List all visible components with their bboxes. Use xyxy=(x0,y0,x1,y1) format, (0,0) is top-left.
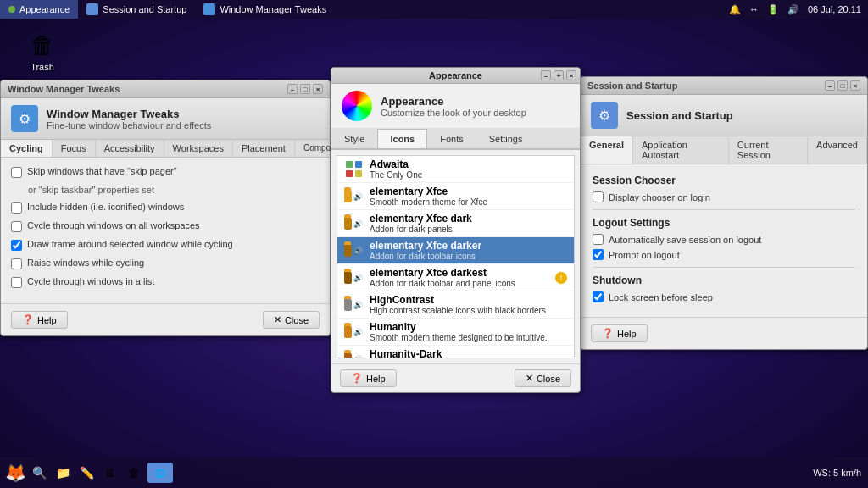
elem-darker-info: elementary Xfce darker Addon for dark to… xyxy=(370,240,567,261)
wmt-tab-placement[interactable]: Placement xyxy=(233,140,295,157)
wmt-minimize-btn[interactable]: – xyxy=(287,84,298,94)
taskbar-files[interactable]: 📁 xyxy=(53,463,73,483)
session-tab-general[interactable]: General xyxy=(581,136,633,164)
session-tab-advanced[interactable]: Advanced xyxy=(808,136,867,164)
icon-entry-elem-xfce[interactable]: 🔊 elementary Xfce Smooth modern theme fo… xyxy=(337,183,574,210)
session-help-button[interactable]: ❓ Help xyxy=(591,324,648,342)
icons-list[interactable]: Adwaita The Only One 🔊 elementary Xfce S… xyxy=(337,155,575,358)
wmt-help-button[interactable]: ❓ Help xyxy=(11,311,68,329)
session-content: Session Chooser Display chooser on login… xyxy=(581,164,867,317)
appearance-maximize-btn[interactable]: + xyxy=(554,70,564,80)
wmt-maximize-btn[interactable]: □ xyxy=(300,84,310,94)
icon-entry-humanity[interactable]: 🔊 Humanity Smooth modern theme designed … xyxy=(337,319,574,346)
icon-entry-highcontrast[interactable]: 🔊 HighContrast High contrast scalable ic… xyxy=(337,291,574,319)
wmt-content: Skip windows that have "skip pager" or "… xyxy=(1,158,330,303)
appearance-help-button[interactable]: ❓ Help xyxy=(340,369,397,387)
auto-save-check[interactable] xyxy=(593,234,604,245)
appearance-header-subtitle: Customize the look of your desktop xyxy=(381,108,526,118)
wmt-check-hidden[interactable] xyxy=(11,202,22,214)
elem-darkest-info: elementary Xfce darkest Addon for dark t… xyxy=(370,267,552,288)
volume-icon[interactable]: 🔊 xyxy=(787,4,799,15)
session-tab-current[interactable]: Current Session xyxy=(729,136,808,164)
wmt-close-button[interactable]: ✕ Close xyxy=(263,311,320,329)
taskbar-trash[interactable]: 🗑 xyxy=(124,463,144,483)
taskbar-search[interactable]: 🔍 xyxy=(29,463,49,483)
elem-dark-desc: Addon for dark panels xyxy=(370,225,567,234)
humanity-thumb: 🔊 xyxy=(344,323,363,341)
wmt-check-draw-frame[interactable] xyxy=(11,240,22,251)
network-icon[interactable]: ↔ xyxy=(749,4,759,14)
appearance-tabs: Style Icons Fonts Settings xyxy=(331,129,580,150)
wmt-tab-accessibility[interactable]: Accessibility xyxy=(96,140,164,157)
panel-app-wmt[interactable]: Window Manager Tweaks xyxy=(195,0,335,19)
humanity-dark-info: Humanity-Dark Smooth modern theme design… xyxy=(370,348,567,358)
session-tab-autostart[interactable]: Application Autostart xyxy=(633,136,729,164)
appearance-close-icon: ✕ xyxy=(526,373,533,384)
taskbar-editor[interactable]: ✏️ xyxy=(76,463,97,483)
clock: 06 Jul, 20:11 xyxy=(808,4,861,14)
appearance-minimize-btn[interactable]: – xyxy=(541,70,551,80)
appearance-footer: ❓ Help ✕ Close xyxy=(331,363,580,392)
wmt-footer: ❓ Help ✕ Close xyxy=(1,303,330,336)
panel-app-session[interactable]: Session and Startup xyxy=(78,0,195,19)
appearance-header-text: Appearance Customize the look of your de… xyxy=(381,95,526,118)
wmt-help-icon: ❓ xyxy=(22,314,34,325)
humanity-info: Humanity Smooth modern theme designed to… xyxy=(370,321,567,342)
app-tab-settings[interactable]: Settings xyxy=(476,129,536,148)
wmt-subtitle: Fine-tune window behaviour and effects xyxy=(47,120,211,130)
elem-darker-name: elementary Xfce darker xyxy=(370,240,567,252)
wmt-check-list[interactable] xyxy=(11,277,22,288)
battery-icon[interactable]: 🔋 xyxy=(767,4,779,15)
wmt-close-icon: ✕ xyxy=(274,314,281,325)
taskbar-display[interactable]: 🖥 xyxy=(100,463,120,483)
session-tabs: General Application Autostart Current Se… xyxy=(581,136,867,164)
taskbar-firefox[interactable]: 🦊 xyxy=(5,463,25,483)
icon-entry-elem-darkest[interactable]: 🔊 elementary Xfce darkest Addon for dark… xyxy=(337,264,574,291)
icon-entry-humanity-dark[interactable]: 🔊 Humanity-Dark Smooth modern theme desi… xyxy=(337,346,574,358)
icon-entry-elem-dark[interactable]: 🔊 elementary Xfce dark Addon for dark pa… xyxy=(337,210,574,237)
session-window: Session and Startup – □ × ⚙ Session and … xyxy=(580,76,868,350)
icon-entry-elem-darker[interactable]: 🔊 elementary Xfce darker Addon for dark … xyxy=(337,237,574,264)
adwaita-name: Adwaita xyxy=(370,158,567,170)
wmt-skip-indent: or "skip taskbar" properties set xyxy=(28,185,320,195)
wmt-checkbox-raise: Raise windows while cycling xyxy=(11,258,320,269)
wmt-check-all-workspaces[interactable] xyxy=(11,221,22,232)
wmt-tab-focus[interactable]: Focus xyxy=(53,140,96,157)
wmt-titlebar-text: Window Manager Tweaks xyxy=(8,84,120,94)
prompt-logout-check[interactable] xyxy=(593,249,604,260)
app-tab-style[interactable]: Style xyxy=(331,129,377,148)
appearance-titlebar: Appearance – + × xyxy=(331,68,580,84)
session-titlebar-text: Session and Startup xyxy=(587,80,677,91)
session-maximize-btn[interactable]: □ xyxy=(837,80,848,91)
appearance-close-button[interactable]: ✕ Close xyxy=(515,369,571,387)
session-close-btn[interactable]: × xyxy=(850,80,860,91)
elem-xfce-info: elementary Xfce Smooth modern theme for … xyxy=(370,186,567,207)
trash-icon: 🗑 xyxy=(27,30,58,60)
icon-entry-adwaita[interactable]: Adwaita The Only One xyxy=(337,156,574,183)
notification-icon[interactable]: 🔔 xyxy=(729,4,741,15)
top-panel: Appearance Session and Startup Window Ma… xyxy=(0,0,868,19)
desktop-icon-trash[interactable]: 🗑 Trash xyxy=(17,30,68,72)
session-minimize-btn[interactable]: – xyxy=(825,80,835,91)
lock-screen-check[interactable] xyxy=(593,291,604,302)
wmt-check-skip-pager[interactable] xyxy=(11,167,22,178)
wmt-title: Window Manager Tweaks xyxy=(47,108,211,120)
wmt-check-raise[interactable] xyxy=(11,258,22,269)
wmt-tab-cycling[interactable]: Cycling xyxy=(1,140,53,157)
wmt-tabs: Cycling Focus Accessibility Workspaces P… xyxy=(1,140,330,158)
app-tab-fonts[interactable]: Fonts xyxy=(427,129,476,148)
lock-screen-row: Lock screen before sleep xyxy=(593,291,855,302)
taskbar-network[interactable]: 🌐 xyxy=(147,463,173,483)
appearance-close-btn[interactable]: × xyxy=(566,70,576,80)
wmt-checkbox-draw-frame: Draw frame around selected window while … xyxy=(11,239,320,251)
wmt-tab-workspaces[interactable]: Workspaces xyxy=(164,140,233,157)
wmt-checkbox-all-workspaces: Cycle through windows on all workspaces xyxy=(11,220,320,232)
wmt-window: Window Manager Tweaks – □ × ⚙ Window Man… xyxy=(0,80,331,336)
display-chooser-check[interactable] xyxy=(593,191,604,202)
app-tab-icons[interactable]: Icons xyxy=(377,129,427,148)
appearance-help-icon: ❓ xyxy=(351,373,363,384)
wmt-close-btn[interactable]: × xyxy=(313,84,323,94)
wmt-app-icon: ⚙ xyxy=(11,105,38,132)
panel-app-appearance[interactable]: Appearance xyxy=(0,0,78,19)
elem-darkest-thumb: 🔊 xyxy=(344,269,363,287)
